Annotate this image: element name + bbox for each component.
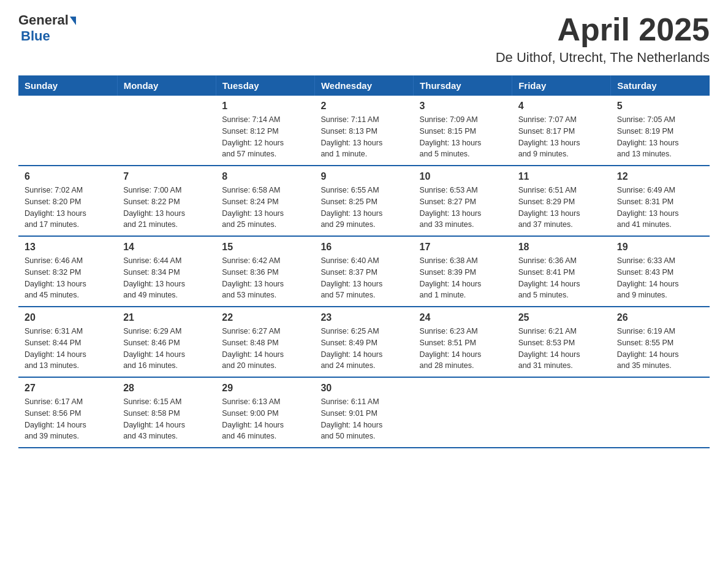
day-info: Sunrise: 7:05 AMSunset: 8:19 PMDaylight:… [617,114,703,160]
day-info: Sunrise: 7:02 AMSunset: 8:20 PMDaylight:… [25,185,111,231]
logo-arrow-icon [70,17,76,25]
day-info: Sunrise: 6:19 AMSunset: 8:55 PMDaylight:… [617,326,703,372]
header-tuesday: Tuesday [216,75,314,96]
header-wednesday: Wednesday [314,75,413,96]
day-info: Sunrise: 6:29 AMSunset: 8:46 PMDaylight:… [123,326,210,372]
day-number: 29 [222,383,308,394]
day-number: 19 [617,242,703,253]
title-block: April 2025 De Uithof, Utrecht, The Nethe… [496,12,710,66]
calendar-cell: 22Sunrise: 6:27 AMSunset: 8:48 PMDayligh… [216,307,314,377]
calendar-cell: 19Sunrise: 6:33 AMSunset: 8:43 PMDayligh… [611,236,710,307]
calendar-cell: 14Sunrise: 6:44 AMSunset: 8:34 PMDayligh… [117,236,216,307]
calendar-cell [117,96,216,166]
day-info: Sunrise: 6:15 AMSunset: 8:58 PMDaylight:… [123,396,210,442]
calendar-cell: 6Sunrise: 7:02 AMSunset: 8:20 PMDaylight… [18,166,117,236]
calendar-cell [414,377,512,448]
header-thursday: Thursday [414,75,512,96]
calendar-cell: 25Sunrise: 6:21 AMSunset: 8:53 PMDayligh… [512,307,611,377]
day-number: 22 [222,312,308,323]
day-number: 3 [420,101,506,112]
day-info: Sunrise: 6:40 AMSunset: 8:37 PMDaylight:… [320,255,407,301]
calendar-cell: 30Sunrise: 6:11 AMSunset: 9:01 PMDayligh… [314,377,413,448]
day-number: 1 [222,101,308,112]
day-info: Sunrise: 6:44 AMSunset: 8:34 PMDaylight:… [123,255,210,301]
calendar-cell [611,377,710,448]
day-number: 8 [222,171,308,182]
day-number: 6 [25,171,111,182]
day-info: Sunrise: 6:51 AMSunset: 8:29 PMDaylight:… [518,185,605,231]
day-number: 26 [617,312,703,323]
calendar-cell: 16Sunrise: 6:40 AMSunset: 8:37 PMDayligh… [314,236,413,307]
calendar-cell: 26Sunrise: 6:19 AMSunset: 8:55 PMDayligh… [611,307,710,377]
calendar-cell: 8Sunrise: 6:58 AMSunset: 8:24 PMDaylight… [216,166,314,236]
calendar-cell: 24Sunrise: 6:23 AMSunset: 8:51 PMDayligh… [414,307,512,377]
weekday-header-row: Sunday Monday Tuesday Wednesday Thursday… [18,75,710,96]
day-number: 10 [420,171,506,182]
day-number: 20 [25,312,111,323]
day-info: Sunrise: 6:46 AMSunset: 8:32 PMDaylight:… [25,255,111,301]
day-number: 17 [420,242,506,253]
day-info: Sunrise: 6:36 AMSunset: 8:41 PMDaylight:… [518,255,605,301]
calendar-cell: 28Sunrise: 6:15 AMSunset: 8:58 PMDayligh… [117,377,216,448]
day-number: 15 [222,242,308,253]
day-info: Sunrise: 7:09 AMSunset: 8:15 PMDaylight:… [420,114,506,160]
day-number: 27 [25,383,111,394]
day-info: Sunrise: 7:07 AMSunset: 8:17 PMDaylight:… [518,114,605,160]
calendar-cell: 4Sunrise: 7:07 AMSunset: 8:17 PMDaylight… [512,96,611,166]
calendar-cell: 9Sunrise: 6:55 AMSunset: 8:25 PMDaylight… [314,166,413,236]
calendar-cell: 15Sunrise: 6:42 AMSunset: 8:36 PMDayligh… [216,236,314,307]
calendar-cell: 17Sunrise: 6:38 AMSunset: 8:39 PMDayligh… [414,236,512,307]
page-header: General Blue April 2025 De Uithof, Utrec… [18,12,710,66]
calendar-cell: 11Sunrise: 6:51 AMSunset: 8:29 PMDayligh… [512,166,611,236]
logo: General Blue [18,12,76,44]
calendar-week-4: 20Sunrise: 6:31 AMSunset: 8:44 PMDayligh… [18,307,710,377]
day-info: Sunrise: 6:33 AMSunset: 8:43 PMDaylight:… [617,255,703,301]
header-sunday: Sunday [18,75,117,96]
day-info: Sunrise: 6:55 AMSunset: 8:25 PMDaylight:… [320,185,407,231]
month-title: April 2025 [496,12,710,47]
calendar-cell: 13Sunrise: 6:46 AMSunset: 8:32 PMDayligh… [18,236,117,307]
day-number: 21 [123,312,210,323]
day-info: Sunrise: 6:11 AMSunset: 9:01 PMDaylight:… [320,396,407,442]
calendar-cell: 27Sunrise: 6:17 AMSunset: 8:56 PMDayligh… [18,377,117,448]
header-monday: Monday [117,75,216,96]
day-number: 23 [320,312,407,323]
calendar-cell [18,96,117,166]
calendar-cell: 20Sunrise: 6:31 AMSunset: 8:44 PMDayligh… [18,307,117,377]
calendar-week-5: 27Sunrise: 6:17 AMSunset: 8:56 PMDayligh… [18,377,710,448]
day-number: 25 [518,312,605,323]
day-number: 28 [123,383,210,394]
calendar-table: Sunday Monday Tuesday Wednesday Thursday… [18,75,710,448]
logo-blue-text: Blue [21,28,50,44]
day-number: 18 [518,242,605,253]
day-info: Sunrise: 7:00 AMSunset: 8:22 PMDaylight:… [123,185,210,231]
calendar-cell: 12Sunrise: 6:49 AMSunset: 8:31 PMDayligh… [611,166,710,236]
calendar-week-1: 1Sunrise: 7:14 AMSunset: 8:12 PMDaylight… [18,96,710,166]
calendar-cell: 10Sunrise: 6:53 AMSunset: 8:27 PMDayligh… [414,166,512,236]
calendar-cell: 5Sunrise: 7:05 AMSunset: 8:19 PMDaylight… [611,96,710,166]
calendar-week-2: 6Sunrise: 7:02 AMSunset: 8:20 PMDaylight… [18,166,710,236]
day-number: 7 [123,171,210,182]
day-info: Sunrise: 6:58 AMSunset: 8:24 PMDaylight:… [222,185,308,231]
day-number: 9 [320,171,407,182]
calendar-cell: 2Sunrise: 7:11 AMSunset: 8:13 PMDaylight… [314,96,413,166]
header-saturday: Saturday [611,75,710,96]
logo-general-text: General [18,12,69,28]
day-number: 2 [320,101,407,112]
day-info: Sunrise: 6:13 AMSunset: 9:00 PMDaylight:… [222,396,308,442]
day-number: 5 [617,101,703,112]
day-info: Sunrise: 6:53 AMSunset: 8:27 PMDaylight:… [420,185,506,231]
day-number: 16 [320,242,407,253]
day-number: 14 [123,242,210,253]
day-number: 12 [617,171,703,182]
calendar-cell [512,377,611,448]
day-info: Sunrise: 7:14 AMSunset: 8:12 PMDaylight:… [222,114,308,160]
day-info: Sunrise: 6:27 AMSunset: 8:48 PMDaylight:… [222,326,308,372]
location-title: De Uithof, Utrecht, The Netherlands [496,50,710,66]
day-info: Sunrise: 6:42 AMSunset: 8:36 PMDaylight:… [222,255,308,301]
day-info: Sunrise: 6:38 AMSunset: 8:39 PMDaylight:… [420,255,506,301]
calendar-cell: 3Sunrise: 7:09 AMSunset: 8:15 PMDaylight… [414,96,512,166]
day-number: 4 [518,101,605,112]
calendar-cell: 21Sunrise: 6:29 AMSunset: 8:46 PMDayligh… [117,307,216,377]
calendar-week-3: 13Sunrise: 6:46 AMSunset: 8:32 PMDayligh… [18,236,710,307]
